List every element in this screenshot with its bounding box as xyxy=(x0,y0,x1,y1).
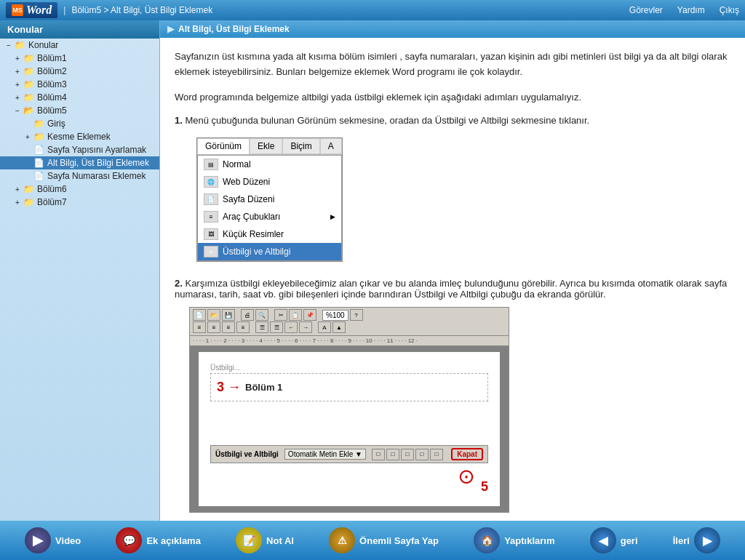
tb-indent-r[interactable]: → xyxy=(299,321,312,333)
intro-para2: Word programında belgemize altbilgi yada… xyxy=(175,90,730,105)
ab-btn5[interactable]: □ xyxy=(430,449,443,460)
ab-btn3[interactable]: □ xyxy=(401,449,414,460)
geri-button[interactable]: ◀ geri xyxy=(590,527,638,553)
sidebar-item-bolum2[interactable]: + 📁 Bölüm2 xyxy=(0,65,159,78)
ab-btn4[interactable]: □ xyxy=(415,449,429,460)
zoom-control[interactable]: %100 xyxy=(322,310,348,321)
tb-copy[interactable]: 📋 xyxy=(289,309,302,321)
cikis-link[interactable]: Çıkış xyxy=(720,5,739,15)
tb-justify[interactable]: ≡ xyxy=(236,321,250,333)
ek-icon: 💬 xyxy=(116,527,142,553)
sidebar-item-konular[interactable]: − 📁 Konular xyxy=(0,39,159,52)
ek-aciklama-button[interactable]: 💬 Ek açıklama xyxy=(116,527,200,553)
page-icon-altbilgi: 📄 xyxy=(33,158,44,168)
menu-bar: Görünüm Ekle Biçim A xyxy=(197,138,342,155)
ab-btn1[interactable]: □ xyxy=(372,449,385,460)
menu-item-resimler[interactable]: 🖼 Küçük Resimler xyxy=(198,225,341,243)
sidebar-item-bolum3[interactable]: + 📁 Bölüm3 xyxy=(0,78,159,91)
app-logo: MS Word xyxy=(6,2,57,18)
sidebar-label-bolum2: Bölüm2 xyxy=(37,66,67,76)
sidebar-item-sayfa-no[interactable]: 📄 Sayfa Numarası Eklemek xyxy=(0,169,159,183)
sidebar-item-altbilgi[interactable]: 📄 Alt Bilgi, Üst Bilgi Eklemek xyxy=(0,156,159,169)
tb-highlight[interactable]: ▲ xyxy=(332,321,346,333)
menu-item-arac[interactable]: ≡ Araç Çubukları xyxy=(198,208,341,225)
tb-preview[interactable]: 🔍 xyxy=(255,309,268,321)
tb-align-c[interactable]: ≡ xyxy=(207,321,220,333)
step3-row: 3 → Bölüm 1 xyxy=(217,380,482,395)
altbilgi-container: Üstbilgi ve Altbilgi Otomatik Metin Ekle… xyxy=(210,445,488,495)
ab-btn2[interactable]: □ xyxy=(386,449,399,460)
folder-icon-b7: 📁 xyxy=(23,197,34,207)
sidebar-label-sayfa-no: Sayfa Numarası Eklemek xyxy=(47,171,146,181)
menu-bar-a[interactable]: A xyxy=(320,138,342,154)
onemli-button[interactable]: ⚠ Önemli Sayfa Yap xyxy=(329,527,439,553)
sidebar-item-bolum6[interactable]: + 📁 Bölüm6 xyxy=(0,183,159,196)
tb-list2[interactable]: ☰ xyxy=(270,321,283,333)
altbilgi-bar-label: Üstbilgi ve Altbilgi xyxy=(215,450,279,458)
tb-color[interactable]: A xyxy=(318,321,331,333)
menu-label-web: Web Düzeni xyxy=(223,177,270,187)
sidebar-item-bolum4[interactable]: + 📁 Bölüm4 xyxy=(0,91,159,104)
resimler-icon: 🖼 xyxy=(204,228,218,240)
menu-bar-bicim[interactable]: Biçim xyxy=(282,138,319,154)
doc-screenshot: 📄 📂 💾 🖨 🔍 ✂ 📋 📌 %100 ? xyxy=(189,307,509,513)
title-bar: MS Word | Bölüm5 > Alt Bilgi, Üst Bilgi … xyxy=(0,0,745,20)
tb-help[interactable]: ? xyxy=(350,309,363,321)
sidebar-label-konular: Konular xyxy=(28,40,58,50)
not-al-button[interactable]: 📝 Not Al xyxy=(236,527,294,553)
otomatik-label[interactable]: Otomatik Metin Ekle ▼ xyxy=(284,449,366,460)
web-icon: 🌐 xyxy=(204,176,218,188)
gorevler-link[interactable]: Görevler xyxy=(629,5,663,15)
tb-cut[interactable]: ✂ xyxy=(274,309,287,321)
video-label: Video xyxy=(55,535,81,546)
folder-icon-kesme: 📁 xyxy=(33,132,44,142)
doc-header-section: 3 → Bölüm 1 xyxy=(210,373,488,401)
tb-open[interactable]: 📂 xyxy=(207,309,220,321)
video-button[interactable]: ▶ Video xyxy=(25,527,81,553)
main-area: Konular − 📁 Konular + 📁 Bölüm1 + 📁 Bölüm… xyxy=(0,20,745,521)
yardim-link[interactable]: Yardım xyxy=(677,5,705,15)
header-arrow: ▶ xyxy=(167,24,174,34)
onemli-icon: ⚠ xyxy=(329,527,355,553)
tb-new[interactable]: 📄 xyxy=(193,309,206,321)
intro-para1: Sayfanızın üst kısmına yada alt kısıma b… xyxy=(175,49,730,80)
menu-item-sayfa-duzeni[interactable]: 📄 Sayfa Düzeni xyxy=(198,191,341,208)
sidebar-item-giris[interactable]: 📁 Giriş xyxy=(0,117,159,130)
tb-list1[interactable]: ☰ xyxy=(255,321,268,333)
kapat-button[interactable]: Kapat xyxy=(451,448,483,460)
tb-paste[interactable]: 📌 xyxy=(303,309,316,321)
sidebar-item-sayfa-yapisi[interactable]: 📄 Sayfa Yapısını Ayarlamak xyxy=(0,143,159,156)
yaptiklarim-button[interactable]: 🏠 Yaptıklarım xyxy=(474,527,554,553)
menu-item-ustbilgi[interactable]: ═ Üstbilgi ve Altbilgi xyxy=(198,243,341,260)
expand-icon-b3: + xyxy=(12,81,23,89)
ruler-marks: · · · · 1 · · · · 2 · · · · 3 · · · · 4 … xyxy=(193,337,418,344)
sidebar-item-bolum5[interactable]: − 📂 Bölüm5 xyxy=(0,104,159,117)
folder-icon-b1: 📁 xyxy=(23,53,34,63)
step1: 1. Menü çubuğunda bulunan Görünüm sekmes… xyxy=(175,115,730,126)
tb-print[interactable]: 🖨 xyxy=(241,309,254,321)
menu-bar-ekle[interactable]: Ekle xyxy=(250,138,282,154)
yaptiklarim-label: Yaptıklarım xyxy=(504,535,554,546)
normal-icon: ▤ xyxy=(204,159,218,170)
ek-aciklama-label: Ek açıklama xyxy=(146,535,200,546)
menu-screenshot: Görünüm Ekle Biçim A ▤ Normal 🌐 Web Düze… xyxy=(196,137,343,262)
sidebar: Konular − 📁 Konular + 📁 Bölüm1 + 📁 Bölüm… xyxy=(0,20,160,521)
doc-toolbar-row2: ≡ ≡ ≡ ≡ ☰ ☰ ← → A ▲ xyxy=(193,321,506,333)
menu-bar-goruntum[interactable]: Görünüm xyxy=(197,138,250,154)
ileri-button[interactable]: İleri ▶ xyxy=(673,527,720,553)
step2: 2. Karşımıza üstbilgi ekleyebileceğimiz … xyxy=(175,278,730,300)
menu-label-normal: Normal xyxy=(223,159,251,169)
sidebar-item-kesme[interactable]: + 📁 Kesme Eklemek xyxy=(0,130,159,143)
bottom-bar: ▶ Video 💬 Ek açıklama 📝 Not Al ⚠ Önemli … xyxy=(0,521,745,560)
tb-align-r[interactable]: ≡ xyxy=(222,321,235,333)
not-icon: 📝 xyxy=(236,527,262,553)
tb-indent-l[interactable]: ← xyxy=(284,321,298,333)
tb-align-l[interactable]: ≡ xyxy=(193,321,206,333)
menu-item-normal[interactable]: ▤ Normal xyxy=(198,156,341,173)
step2-number: 2. xyxy=(175,278,183,289)
sidebar-item-bolum1[interactable]: + 📁 Bölüm1 xyxy=(0,52,159,65)
menu-item-web[interactable]: 🌐 Web Düzeni xyxy=(198,173,341,191)
sidebar-item-bolum7[interactable]: + 📁 Bölüm7 xyxy=(0,196,159,209)
tb-save[interactable]: 💾 xyxy=(222,309,235,321)
sidebar-label-giris: Giriş xyxy=(47,119,65,129)
